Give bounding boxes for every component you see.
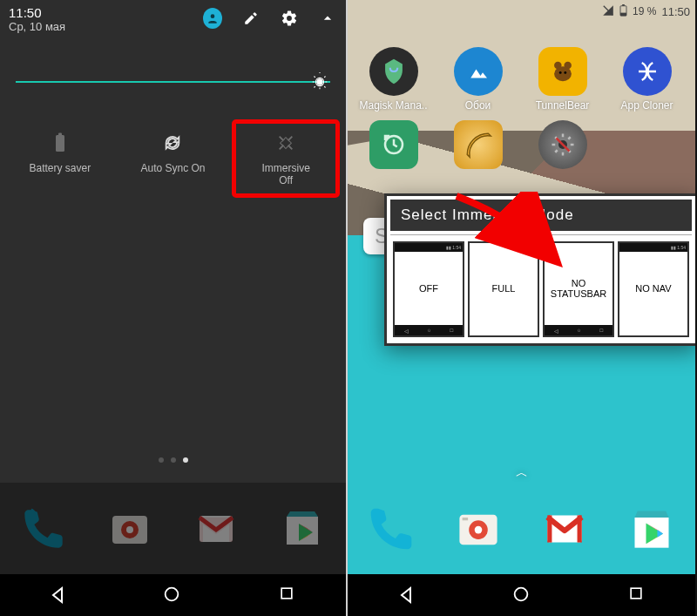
svg-rect-13 [281,588,292,599]
nav-back-button[interactable] [396,585,416,606]
tile-label: Auto Sync On [140,162,205,174]
svg-point-0 [211,14,215,18]
tile-label: Immersive [261,162,309,174]
svg-rect-37 [631,588,641,599]
qs-page-indicator [159,457,188,463]
app-dev-settings[interactable] [525,120,599,173]
phone-app-icon[interactable] [17,503,70,555]
home-screen: 19 % 11:50 Magisk Mana.. Обои TunnelBear [348,0,695,616]
svg-point-20 [558,71,561,74]
tile-battery-saver[interactable]: Battery saver [9,122,112,195]
immersive-option-no-statusbar[interactable]: NO STATUSBAR ◁○□ [543,241,614,337]
app-drawer-handle-icon[interactable]: ︿ [516,465,528,481]
gmail-app-icon[interactable] [190,503,242,555]
nav-home-button[interactable] [511,585,532,606]
app-label: Обои [441,99,515,112]
svg-point-26 [474,525,482,533]
nav-home-button[interactable] [162,585,183,606]
battery-icon [619,4,627,19]
dialog-title: Select Immersive Mode [401,206,574,223]
svg-rect-30 [578,515,582,542]
dialog-options-row: ▮▮ 1:54 OFF ◁○□ FULL NO STATUSBAR ◁○□ ▮▮… [390,239,692,340]
nav-recent-button[interactable] [278,585,299,606]
edit-icon[interactable] [241,9,261,28]
qs-time: 11:50 [9,5,65,20]
svg-point-1 [316,78,322,85]
svg-point-36 [514,588,527,601]
battery-icon [12,131,108,155]
phone-app-icon[interactable] [365,503,417,555]
gmail-app-icon[interactable] [538,503,591,555]
battery-percentage: 19 % [633,5,656,17]
sync-icon [125,131,220,155]
immersive-mode-dialog: Select Immersive Mode ▮▮ 1:54 OFF ◁○□ FU… [384,193,695,346]
quick-settings-panel: 11:50 Ср, 10 мая [0,0,348,616]
svg-rect-27 [462,518,467,520]
svg-rect-29 [548,515,552,542]
right-navbar [348,574,695,616]
option-label: FULL [470,252,538,325]
app-wallpapers[interactable]: Обои [441,47,515,112]
app-grid: Magisk Mana.. Обои TunnelBear App Cloner [348,21,695,173]
svg-rect-3 [58,133,62,136]
left-navbar [0,574,346,616]
immersive-option-full[interactable]: FULL [468,241,539,337]
app-app-cloner[interactable]: App Cloner [610,47,684,112]
app-backup[interactable] [356,120,430,173]
svg-point-12 [166,588,179,601]
tile-label-line2: Off [238,174,334,186]
statusbar-time: 11:50 [661,5,690,18]
svg-point-6 [126,526,133,533]
option-label: NO STATUSBAR [545,252,612,325]
app-label: App Cloner [610,99,684,112]
nav-recent-button[interactable] [627,585,648,606]
immersive-option-no-nav[interactable]: ▮▮ 1:54 NO NAV [618,241,689,337]
nav-back-button[interactable] [47,585,68,606]
brightness-auto-icon [309,71,330,92]
app-label: TunnelBear [525,99,599,112]
immersive-icon [238,131,334,155]
app-tunnelbear[interactable]: TunnelBear [525,47,599,112]
option-label: OFF [395,252,463,325]
svg-point-21 [564,71,566,74]
settings-icon[interactable] [280,9,299,28]
svg-rect-15 [620,12,626,16]
play-store-app-icon[interactable] [276,503,328,555]
app-magisk-manager[interactable]: Magisk Mana.. [356,47,430,112]
play-store-app-icon[interactable] [626,503,678,555]
right-statusbar: 19 % 11:50 [348,0,695,21]
brightness-slider[interactable] [16,71,330,92]
qs-statusbar: 11:50 Ср, 10 мая [0,0,346,37]
camera-app-icon[interactable] [452,503,504,555]
option-label: NO NAV [619,252,687,325]
collapse-icon[interactable] [318,9,337,28]
app-label: Magisk Mana.. [356,99,430,112]
tile-immersive[interactable]: Immersive Off [234,122,337,195]
tile-label: Battery saver [29,162,91,174]
qs-date: Ср, 10 мая [9,20,65,33]
app-ruler[interactable] [441,120,515,173]
signal-no-sim-icon [602,4,614,19]
left-dock-dimmed [0,483,346,574]
camera-app-icon[interactable] [104,503,156,555]
tile-auto-sync[interactable]: Auto Sync On [121,122,224,195]
svg-rect-2 [56,135,64,152]
svg-point-19 [554,66,572,81]
user-avatar-button[interactable] [203,9,222,28]
qs-tiles-row: Battery saver Auto Sync On Immersive Off [0,122,346,195]
right-dock [348,483,695,574]
immersive-option-off[interactable]: ▮▮ 1:54 OFF ◁○□ [393,241,464,337]
svg-rect-16 [622,4,625,6]
